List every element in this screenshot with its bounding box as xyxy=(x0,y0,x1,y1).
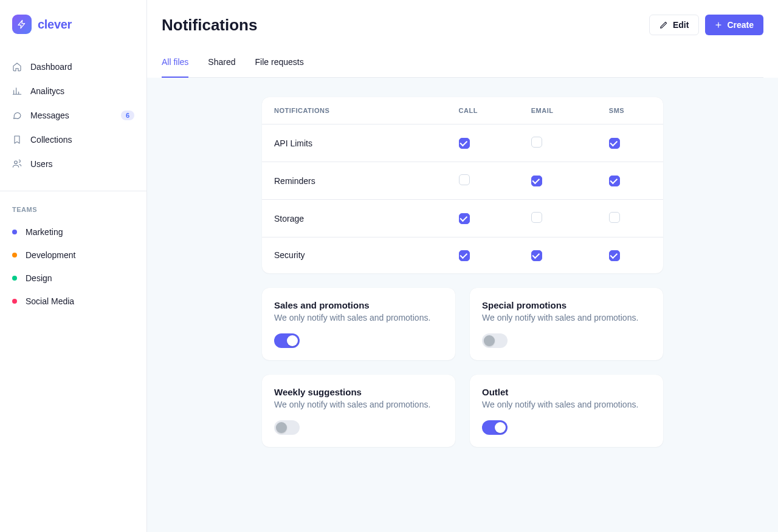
plus-icon xyxy=(715,21,722,29)
team-label: Development xyxy=(26,250,76,260)
checkbox-call[interactable] xyxy=(459,213,470,224)
sidebar-nav: DashboardAnalitycsMessages6CollectionsUs… xyxy=(0,51,146,180)
header-actions: Edit Create xyxy=(649,15,763,35)
checkbox-sms[interactable] xyxy=(609,212,620,223)
checkbox-email[interactable] xyxy=(531,176,542,186)
col-header: SMS xyxy=(597,97,663,124)
checkbox-email[interactable] xyxy=(531,137,542,148)
sidebar-item-label: Collections xyxy=(30,135,72,145)
sidebar-item-label: Users xyxy=(30,159,53,169)
team-dot-icon xyxy=(12,253,17,257)
create-button[interactable]: Create xyxy=(705,15,763,35)
toggle-title: Sales and promotions xyxy=(274,300,443,310)
checkbox-sms[interactable] xyxy=(609,138,620,149)
sidebar: clever DashboardAnalitycsMessages6Collec… xyxy=(0,0,147,532)
sidebar-item-label: Dashboard xyxy=(30,62,72,72)
team-item-development[interactable]: Development xyxy=(6,244,140,267)
toggle-switch[interactable] xyxy=(274,420,300,435)
sidebar-item-dashboard[interactable]: Dashboard xyxy=(6,55,140,79)
row-label: Storage xyxy=(262,200,447,237)
chat-icon xyxy=(12,111,22,120)
toggle-card: Special promotionsWe only notify with sa… xyxy=(470,288,663,360)
sidebar-item-label: Analitycs xyxy=(30,86,64,96)
team-label: Design xyxy=(26,273,52,283)
toggle-card: OutletWe only notify with sales and prom… xyxy=(470,375,663,447)
row-label: Reminders xyxy=(262,162,447,200)
toggle-switch[interactable] xyxy=(482,333,508,348)
toggle-title: Special promotions xyxy=(482,300,651,310)
bookmark-icon xyxy=(12,135,22,145)
checkbox-call[interactable] xyxy=(459,138,470,149)
toggle-switch[interactable] xyxy=(274,333,300,348)
badge: 6 xyxy=(121,111,134,120)
team-dot-icon xyxy=(12,230,17,234)
table-row: Storage xyxy=(262,200,663,237)
home-icon xyxy=(12,62,22,72)
main: Notifications Edit Create xyxy=(147,0,778,532)
tab-file-requests[interactable]: File requests xyxy=(255,50,304,78)
table-row: Reminders xyxy=(262,162,663,200)
toggle-desc: We only notify with sales and promotions… xyxy=(482,400,651,409)
checkbox-call[interactable] xyxy=(459,250,470,261)
team-dot-icon xyxy=(12,299,17,304)
teams-label: TEAMS xyxy=(6,206,140,220)
toggle-title: Weekly suggestions xyxy=(274,387,443,397)
topbar: Notifications Edit Create xyxy=(147,0,778,78)
team-label: Social Media xyxy=(26,296,74,306)
col-header: NOTIFICATIONS xyxy=(262,97,447,124)
pencil-icon xyxy=(659,21,668,29)
toggle-desc: We only notify with sales and promotions… xyxy=(274,400,443,409)
chart-icon xyxy=(12,86,22,96)
toggle-card: Weekly suggestionsWe only notify with sa… xyxy=(262,375,455,447)
toggle-card: Sales and promotionsWe only notify with … xyxy=(262,288,455,360)
sidebar-item-collections[interactable]: Collections xyxy=(6,128,140,152)
users-icon xyxy=(12,159,22,169)
team-dot-icon xyxy=(12,276,17,281)
team-item-design[interactable]: Design xyxy=(6,267,140,290)
sidebar-item-label: Messages xyxy=(30,111,69,120)
sidebar-item-users[interactable]: Users xyxy=(6,152,140,176)
checkbox-sms[interactable] xyxy=(609,176,620,186)
sidebar-divider xyxy=(0,191,146,191)
row-label: API Limits xyxy=(262,124,447,162)
tab-shared[interactable]: Shared xyxy=(208,50,235,78)
svg-point-0 xyxy=(15,161,18,164)
content-area: NOTIFICATIONSCALLEMAILSMS API LimitsRemi… xyxy=(147,78,778,532)
team-item-social-media[interactable]: Social Media xyxy=(6,290,140,313)
brand-name: clever xyxy=(38,18,72,32)
edit-button-label: Edit xyxy=(673,20,689,30)
sidebar-item-messages[interactable]: Messages6 xyxy=(6,103,140,128)
tab-all-files[interactable]: All files xyxy=(162,50,188,78)
col-header: CALL xyxy=(447,97,519,124)
table-row: Security xyxy=(262,237,663,273)
sidebar-item-analitycs[interactable]: Analitycs xyxy=(6,79,140,103)
notifications-table: NOTIFICATIONSCALLEMAILSMS API LimitsRemi… xyxy=(262,97,663,273)
table-row: API Limits xyxy=(262,124,663,162)
page-title: Notifications xyxy=(162,16,257,35)
edit-button[interactable]: Edit xyxy=(649,15,699,35)
create-button-label: Create xyxy=(727,20,754,30)
checkbox-sms[interactable] xyxy=(609,250,620,261)
row-label: Security xyxy=(262,237,447,273)
toggle-desc: We only notify with sales and promotions… xyxy=(482,313,651,322)
notifications-table-card: NOTIFICATIONSCALLEMAILSMS API LimitsRemi… xyxy=(262,97,663,273)
team-label: Marketing xyxy=(26,227,63,237)
checkbox-email[interactable] xyxy=(531,250,542,261)
col-header: EMAIL xyxy=(519,97,597,124)
brand-logo-icon xyxy=(12,15,32,34)
checkbox-call[interactable] xyxy=(459,174,470,185)
toggle-switch[interactable] xyxy=(482,420,508,435)
toggle-desc: We only notify with sales and promotions… xyxy=(274,313,443,322)
brand[interactable]: clever xyxy=(0,0,146,51)
toggle-title: Outlet xyxy=(482,387,651,397)
checkbox-email[interactable] xyxy=(531,212,542,223)
tabs: All filesSharedFile requests xyxy=(162,50,763,78)
team-item-marketing[interactable]: Marketing xyxy=(6,220,140,244)
